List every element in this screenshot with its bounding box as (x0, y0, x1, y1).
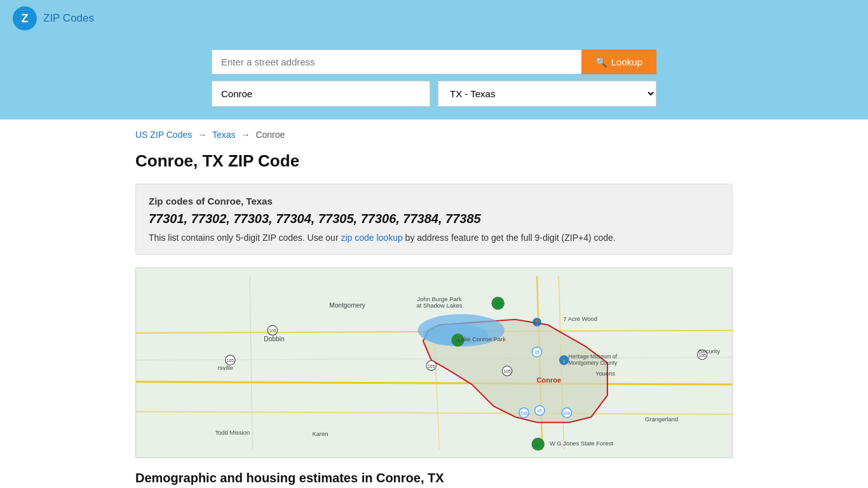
breadcrumb-us-zip[interactable]: US ZIP Codes (135, 130, 192, 140)
svg-text:Conroe: Conroe (536, 376, 561, 384)
search-section: 🔍 Lookup AL - AlabamaAK - AlaskaAZ - Ari… (0, 37, 868, 119)
svg-text:Montgomery County: Montgomery County (569, 360, 618, 366)
svg-text:105: 105 (269, 329, 276, 333)
address-input[interactable] (212, 50, 581, 74)
svg-text:Lake Conroe Park: Lake Conroe Park (458, 336, 506, 342)
zip-code-lookup-link[interactable]: zip code lookup (341, 233, 402, 243)
svg-text:i: i (564, 358, 565, 364)
svg-text:Heritage Museum of: Heritage Museum of (569, 353, 618, 360)
lookup-button[interactable]: 🔍 Lookup (581, 50, 656, 74)
city-input[interactable] (212, 81, 430, 107)
svg-text:Dobbin: Dobbin (264, 336, 285, 342)
address-search-row: 🔍 Lookup (212, 50, 656, 74)
svg-text:🌲: 🌲 (494, 300, 502, 308)
svg-text:Karen: Karen (312, 431, 328, 437)
city-state-row: AL - AlabamaAK - AlaskaAZ - ArizonaAR - … (212, 81, 656, 107)
map-svg: 🌲 🌲 🌲 📍 i 105 105 105 105 105 45 (136, 268, 732, 458)
zip-note: This list contains only 5-digit ZIP code… (149, 233, 719, 243)
svg-text:336: 336 (563, 411, 571, 416)
svg-text:105: 105 (428, 364, 435, 369)
svg-text:at Shadow Lakes: at Shadow Lakes (417, 302, 463, 309)
site-header: Z ZIP Codes (0, 0, 868, 37)
svg-text:🌲: 🌲 (534, 441, 542, 449)
svg-text:Montgomery: Montgomery (329, 302, 366, 309)
svg-text:Todd Mission: Todd Mission (215, 430, 250, 436)
logo-letter: Z (22, 12, 29, 25)
state-select[interactable]: AL - AlabamaAK - AlaskaAZ - ArizonaAR - … (438, 81, 656, 107)
search-icon: 🔍 (595, 57, 607, 68)
svg-text:rsville: rsville (218, 365, 233, 371)
svg-text:7 Acre Wood: 7 Acre Wood (563, 316, 597, 322)
demographic-heading: Demographic and housing estimates in Con… (135, 471, 733, 485)
svg-text:📍: 📍 (534, 320, 541, 327)
breadcrumb: US ZIP Codes → Texas → Conroe (135, 130, 733, 140)
svg-text:45: 45 (534, 350, 539, 355)
svg-text:105: 105 (227, 358, 234, 363)
zip-info-box: Zip codes of Conroe, Texas 77301, 77302,… (135, 184, 733, 255)
page-title: Conroe, TX ZIP Code (135, 151, 733, 171)
svg-text:45: 45 (537, 409, 542, 413)
breadcrumb-texas[interactable]: Texas (212, 130, 236, 140)
svg-text:Youens: Youens (595, 370, 615, 377)
site-name-link[interactable]: ZIP Codes (43, 12, 94, 25)
zip-note-prefix: This list contains only 5-digit ZIP code… (149, 233, 341, 243)
main-content: US ZIP Codes → Texas → Conroe Conroe, TX… (123, 119, 745, 488)
svg-text:W G Jones State Forest: W G Jones State Forest (550, 440, 613, 447)
breadcrumb-arrow-1: → (198, 130, 209, 140)
svg-text:Security: Security (698, 348, 720, 355)
lookup-button-label: Lookup (611, 57, 642, 67)
map-container: 🌲 🌲 🌲 📍 i 105 105 105 105 105 45 (135, 268, 733, 458)
zip-codes-list: 77301, 77302, 77303, 77304, 77305, 77306… (149, 212, 719, 226)
zip-note-suffix: by address feature to get the full 9-dig… (403, 233, 616, 243)
svg-text:John Burge Park: John Burge Park (417, 296, 462, 302)
svg-text:105: 105 (503, 369, 511, 374)
breadcrumb-arrow-2: → (241, 130, 252, 140)
breadcrumb-city: Conroe (255, 130, 285, 140)
site-logo: Z (13, 6, 37, 30)
svg-text:336: 336 (520, 411, 528, 416)
zip-box-label: Zip codes of Conroe, Texas (149, 196, 719, 207)
svg-text:Grangerland: Grangerland (645, 416, 678, 423)
